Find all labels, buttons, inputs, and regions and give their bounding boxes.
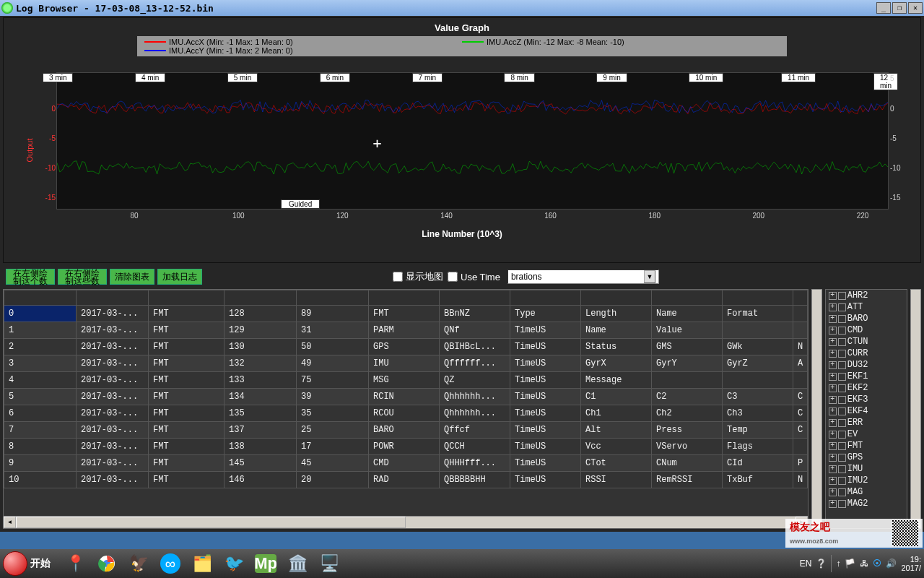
tree-item[interactable]: +EKF4	[826, 405, 907, 417]
tree-item[interactable]: +DU32	[826, 359, 907, 371]
check-icon[interactable]	[838, 419, 846, 427]
table-row[interactable]: 72017-03-...FMT13725BAROQffcfTimeUSAltPr…	[4, 422, 808, 439]
check-icon[interactable]	[838, 361, 846, 369]
check-icon[interactable]	[838, 292, 846, 300]
check-icon[interactable]	[838, 315, 846, 323]
col-header[interactable]	[793, 290, 808, 306]
load-log-button[interactable]: 加载日志	[157, 269, 202, 285]
expand-icon[interactable]: +	[829, 315, 837, 323]
check-icon[interactable]	[838, 442, 846, 450]
expand-icon[interactable]: +	[829, 384, 837, 392]
tray-net-icon[interactable]: 🖧	[860, 558, 868, 569]
scroll-left-button[interactable]: ◄	[4, 517, 16, 528]
col-header[interactable]	[149, 290, 225, 306]
mode-dropdown[interactable]: brations▼	[507, 269, 659, 284]
table-row[interactable]: 82017-03-...FMT13817POWRQCCHTimeUSVccVSe…	[4, 439, 808, 455]
task-item-8[interactable]: 🏛️	[283, 551, 312, 577]
col-header[interactable]	[369, 290, 440, 306]
tree-item[interactable]: +AHR2	[826, 290, 907, 301]
scroll-thumb[interactable]	[16, 517, 406, 528]
expand-icon[interactable]: +	[829, 488, 837, 496]
expand-icon[interactable]: +	[829, 431, 837, 439]
clock-time[interactable]: 19:	[901, 555, 921, 564]
log-table[interactable]: 02017-03-...FMT12889FMTBBnNZTypeLengthNa…	[3, 289, 808, 529]
tree-item[interactable]: +EKF1	[826, 371, 907, 382]
tray-bt-icon[interactable]: ⦿	[873, 558, 881, 569]
table-row[interactable]: 92017-03-...FMT14545CMDQHHHfff...TimeUSC…	[4, 455, 808, 472]
field-tree[interactable]: +AHR2+ATT+BARO+CMD+CTUN+CURR+DU32+EKF1+E…	[825, 289, 908, 529]
expand-icon[interactable]: +	[829, 477, 837, 485]
task-item-1[interactable]: 📍	[61, 551, 90, 577]
table-vertical-scrollbar[interactable]	[811, 289, 822, 529]
check-icon[interactable]	[838, 373, 846, 381]
expand-icon[interactable]: +	[829, 338, 837, 346]
table-row[interactable]: 12017-03-...FMT12931PARMQNfTimeUSNameVal…	[4, 322, 808, 339]
plot-right-button[interactable]: 在右侧绘 制这些数	[58, 269, 107, 285]
expand-icon[interactable]: +	[829, 303, 837, 311]
start-button[interactable]	[3, 551, 27, 576]
col-header[interactable]	[297, 290, 369, 306]
tree-item[interactable]: +EV	[826, 428, 907, 440]
expand-icon[interactable]: +	[829, 465, 837, 473]
col-header[interactable]	[440, 290, 510, 306]
check-icon[interactable]	[838, 303, 846, 311]
tree-item[interactable]: +ERR	[826, 417, 907, 428]
check-icon[interactable]	[838, 431, 846, 439]
plot-area[interactable]: 3 min4 min5 min6 min7 min8 min9 min10 mi…	[56, 72, 889, 210]
tree-item[interactable]: +IMU	[826, 463, 907, 475]
check-icon[interactable]	[838, 454, 846, 462]
expand-icon[interactable]: +	[829, 407, 837, 415]
tree-item[interactable]: +ATT	[826, 301, 907, 313]
task-item-9[interactable]: 🖥️	[315, 551, 344, 577]
dropdown-arrow-icon[interactable]: ▼	[644, 270, 655, 283]
help-icon[interactable]: ❔	[816, 558, 827, 569]
col-header[interactable]	[723, 290, 793, 306]
check-icon[interactable]	[838, 407, 846, 415]
expand-icon[interactable]: +	[829, 350, 837, 358]
expand-icon[interactable]: +	[829, 292, 837, 300]
use-time-checkbox[interactable]: Use Time	[448, 272, 500, 282]
tree-item[interactable]: +MAG	[826, 486, 907, 498]
minimize-button[interactable]: _	[876, 2, 891, 14]
close-button[interactable]: ✕	[908, 2, 923, 14]
horizontal-scrollbar[interactable]: ◄ ►	[4, 516, 808, 528]
expand-icon[interactable]: +	[829, 361, 837, 369]
col-header[interactable]	[225, 290, 297, 306]
lang-indicator[interactable]: EN	[800, 558, 812, 569]
expand-icon[interactable]: +	[829, 454, 837, 462]
tree-item[interactable]: +CTUN	[826, 336, 907, 348]
expand-icon[interactable]: +	[829, 373, 837, 381]
check-icon[interactable]	[838, 488, 846, 496]
expand-icon[interactable]: +	[829, 419, 837, 427]
tray-flag-icon[interactable]: 🏳️	[845, 558, 855, 569]
plot-left-button[interactable]: 在左侧绘 制这个数	[6, 269, 55, 285]
tree-item[interactable]: +IMU2	[826, 475, 907, 486]
task-item-5[interactable]: 🗂️	[188, 551, 217, 577]
check-icon[interactable]	[838, 465, 846, 473]
tree-item[interactable]: +MAG2	[826, 498, 907, 509]
tree-item[interactable]: +FMT	[826, 440, 907, 452]
show-map-checkbox[interactable]: 显示地图	[393, 270, 443, 283]
expand-icon[interactable]: +	[829, 396, 837, 404]
tree-item[interactable]: +GPS	[826, 452, 907, 463]
check-icon[interactable]	[838, 327, 846, 335]
tree-item[interactable]: +BARO	[826, 313, 907, 324]
expand-icon[interactable]: +	[829, 500, 837, 508]
expand-icon[interactable]: +	[829, 327, 837, 335]
tree-item[interactable]: +CMD	[826, 324, 907, 336]
task-item-3[interactable]: 🦅	[124, 551, 153, 577]
tray-vol-icon[interactable]: 🔊	[886, 558, 897, 569]
table-row[interactable]: 32017-03-...FMT13249IMUQffffff...TimeUSG…	[4, 355, 808, 372]
col-header[interactable]	[581, 290, 652, 306]
start-label[interactable]: 开始	[30, 557, 51, 570]
expand-icon[interactable]: +	[829, 442, 837, 450]
col-header[interactable]	[652, 290, 723, 306]
clear-chart-button[interactable]: 清除图表	[110, 269, 154, 285]
check-icon[interactable]	[838, 350, 846, 358]
check-icon[interactable]	[838, 500, 846, 508]
check-icon[interactable]	[838, 338, 846, 346]
table-row[interactable]: 102017-03-...FMT14620RADQBBBBBHHTimeUSRS…	[4, 472, 808, 488]
task-item-chrome[interactable]	[92, 551, 121, 577]
tray-up-icon[interactable]: ↑	[836, 558, 840, 569]
check-icon[interactable]	[838, 384, 846, 392]
